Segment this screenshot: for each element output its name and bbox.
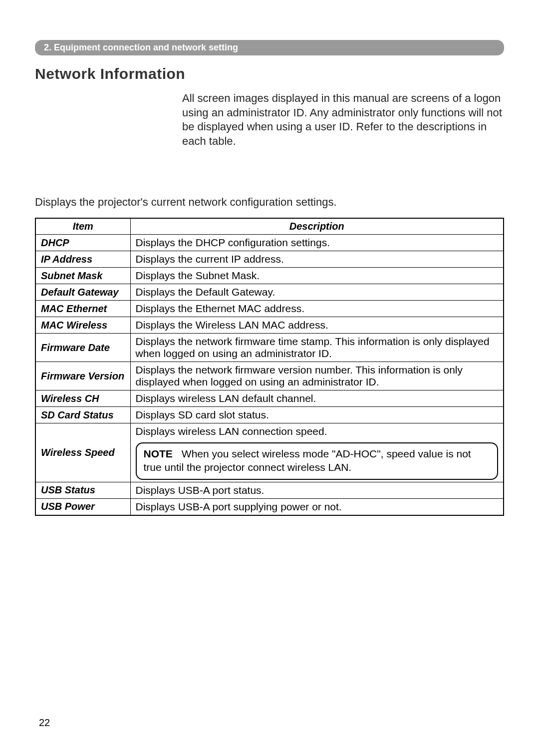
item-cell: USB Power (35, 498, 130, 515)
item-cell: USB Status (35, 482, 130, 498)
table-row: SD Card Status Displays SD card slot sta… (35, 407, 504, 423)
table-header-row: Item Description (35, 218, 504, 235)
header-item: Item (35, 218, 130, 235)
note-label: NOTE (144, 448, 173, 459)
desc-cell: Displays the Default Gateway. (130, 284, 504, 301)
desc-cell-wireless-speed: Displays wireless LAN connection speed. … (130, 423, 504, 482)
table-row: Default Gateway Displays the Default Gat… (35, 284, 504, 301)
table-row: USB Power Displays USB-A port supplying … (35, 498, 504, 515)
table-row: DHCP Displays the DHCP configuration set… (35, 235, 504, 251)
item-cell: Firmware Date (35, 334, 130, 362)
item-cell: Wireless CH (35, 390, 130, 407)
desc-cell: Displays the network firmware version nu… (130, 362, 504, 390)
intro-paragraph: All screen images displayed in this manu… (182, 91, 504, 148)
desc-cell: Displays the Wireless LAN MAC address. (130, 317, 504, 334)
table-row-wireless-speed: Wireless Speed Displays wireless LAN con… (35, 423, 504, 482)
table-row: Firmware Date Displays the network firmw… (35, 334, 504, 362)
item-cell: MAC Ethernet (35, 301, 130, 317)
note-box: NOTEWhen you select wireless mode "AD-HO… (136, 442, 499, 480)
desc-cell: Displays wireless LAN default channel. (130, 390, 504, 407)
table-row: USB Status Displays USB-A port status. (35, 482, 504, 498)
desc-cell: Displays USB-A port supplying power or n… (130, 498, 504, 515)
desc-cell: Displays SD card slot status. (130, 407, 504, 423)
item-cell: DHCP (35, 235, 130, 251)
table-row: Wireless CH Displays wireless LAN defaul… (35, 390, 504, 407)
page-number: 22 (39, 717, 50, 729)
desc-cell: Displays USB-A port status. (130, 482, 504, 498)
desc-cell: Displays the DHCP configuration settings… (130, 235, 504, 251)
item-cell: Firmware Version (35, 362, 130, 390)
desc-cell: Displays the network firmware time stamp… (130, 334, 504, 362)
section-header-bar: 2. Equipment connection and network sett… (35, 40, 504, 55)
item-cell: IP Address (35, 251, 130, 268)
table-row: MAC Wireless Displays the Wireless LAN M… (35, 317, 504, 334)
item-cell: SD Card Status (35, 407, 130, 423)
note-body: When you select wireless mode "AD-HOC", … (144, 448, 471, 472)
table-row: MAC Ethernet Displays the Ethernet MAC a… (35, 301, 504, 317)
table-row: Firmware Version Displays the network fi… (35, 362, 504, 390)
desc-cell: Displays the Ethernet MAC address. (130, 301, 504, 317)
page-title: Network Information (35, 65, 504, 82)
table-row: IP Address Displays the current IP addre… (35, 251, 504, 268)
network-info-table: Item Description DHCP Displays the DHCP … (35, 218, 504, 516)
section-header-text: 2. Equipment connection and network sett… (44, 42, 238, 52)
desc-cell: Displays the Subnet Mask. (130, 268, 504, 284)
item-cell: Subnet Mask (35, 268, 130, 284)
item-cell: Default Gateway (35, 284, 130, 301)
header-description: Description (130, 218, 504, 235)
desc-cell: Displays the current IP address. (130, 251, 504, 268)
item-cell: Wireless Speed (35, 423, 130, 482)
wireless-speed-top-text: Displays wireless LAN connection speed. (136, 425, 499, 437)
table-row: Subnet Mask Displays the Subnet Mask. (35, 268, 504, 284)
item-cell: MAC Wireless (35, 317, 130, 334)
subtitle-text: Displays the projector's current network… (35, 196, 504, 209)
